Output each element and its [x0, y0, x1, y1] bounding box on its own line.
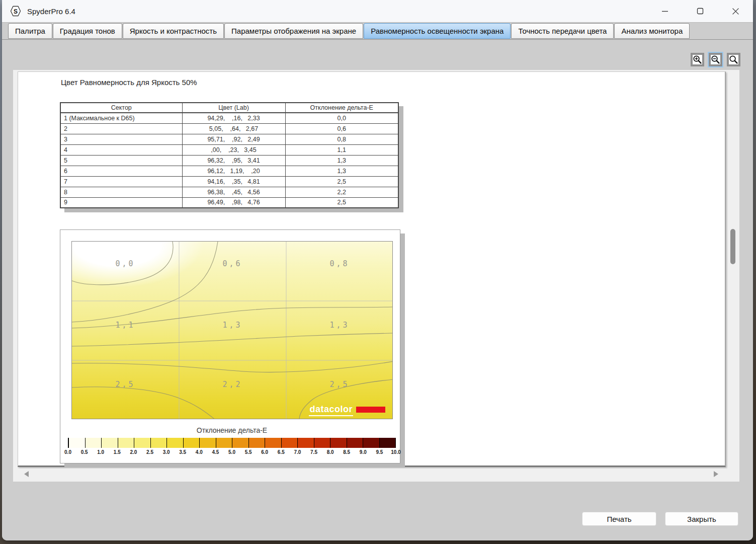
delta-e-color-scale	[68, 438, 396, 448]
minimize-button[interactable]	[647, 0, 683, 22]
vertical-scrollbar-thumb[interactable]	[730, 229, 735, 264]
print-button[interactable]: Печать	[582, 512, 656, 526]
zoom-out-button[interactable]	[709, 53, 722, 66]
table-row: 395,71, ,92, 2,490,8	[60, 134, 398, 144]
table-cell: 4	[60, 144, 182, 155]
scale-segment	[102, 438, 118, 448]
scale-segment	[330, 438, 347, 448]
tab-bar: ПалитраГрадация тоновЯркость и контрастн…	[2, 22, 753, 40]
scale-tick-label: 5.0	[228, 449, 235, 455]
scale-segment	[265, 438, 282, 448]
uniformity-heatmap: 0,00,60,81,11,31,32,52,22,5 datacolor	[71, 241, 393, 419]
table-cell: 8	[60, 187, 182, 197]
table-cell: 1 (Максимальное к D65)	[60, 113, 182, 123]
scale-segment	[363, 438, 380, 448]
table-cell: 96,49, ,98, 4,76	[182, 197, 285, 208]
scale-segment	[134, 438, 151, 448]
scale-segment	[298, 438, 314, 448]
scale-tick-label: 8.0	[327, 449, 334, 455]
table-cell: 0,0	[285, 113, 398, 123]
table-cell: 5,05, ,64, 2,67	[182, 123, 285, 134]
table-cell: 2,5	[285, 176, 398, 187]
table-cell: 96,38, ,45, 4,56	[182, 187, 285, 197]
table-cell: 96,12, 1,19, ,20	[182, 166, 285, 176]
scale-segment	[232, 438, 249, 448]
scale-segment	[167, 438, 184, 448]
window-title: SpyderPro 6.4	[27, 7, 75, 16]
uniformity-heatmap-panel: 0,00,60,81,11,31,32,52,22,5 datacolor От…	[60, 229, 400, 463]
scale-tick-labels: 0.00.51.01.52.02.53.03.54.04.55.05.56.06…	[68, 449, 396, 455]
report-title: Цвет Равномерность для Яркость 50%	[61, 78, 197, 87]
heatmap-value-label: 1,1	[115, 321, 135, 330]
table-cell: 94,16, ,35, 4,81	[182, 176, 285, 187]
maximize-icon	[697, 8, 704, 15]
heatmap-value-label: 1,3	[329, 321, 349, 330]
scale-tick-label: 3.0	[163, 449, 170, 455]
scale-segment	[380, 438, 396, 448]
tab-2[interactable]: Яркость и контрастность	[123, 23, 224, 39]
scale-tick-label: 9.5	[376, 449, 383, 455]
scale-tick-label: 1.5	[114, 449, 121, 455]
table-cell: 96,32, ,95, 3,41	[182, 155, 285, 166]
table-cell: 7	[60, 176, 182, 187]
tab-4[interactable]: Равномерность освещенности экрана	[364, 23, 511, 39]
table-cell: ,00, ,23, 3,45	[182, 144, 285, 155]
close-icon	[732, 8, 739, 15]
scale-segment	[249, 438, 266, 448]
scale-tick-label: 10.0	[391, 449, 400, 455]
table-cell: 2	[60, 123, 182, 134]
table-cell: 9	[60, 197, 182, 208]
tab-3[interactable]: Параметры отображения на экране	[224, 23, 363, 39]
table-cell: 5	[60, 155, 182, 166]
scale-title: Отклонение дельта-E	[68, 426, 396, 434]
scale-tick-label: 4.5	[212, 449, 219, 455]
scale-tick-label: 6.0	[261, 449, 268, 455]
app-window: S SpyderPro 6.4 ПалитраГрадация тоновЯрк…	[2, 0, 753, 540]
table-cell: 3	[60, 134, 182, 144]
scale-tick-label: 1.0	[97, 449, 104, 455]
heatmap-value-label: 0,0	[115, 259, 135, 268]
svg-text:S: S	[14, 8, 18, 15]
maximize-button[interactable]	[683, 0, 718, 22]
zoom-reset-button[interactable]	[727, 53, 740, 66]
scale-tick-label: 9.0	[360, 449, 367, 455]
scale-segment	[86, 438, 102, 448]
table-cell: 0,6	[285, 123, 398, 134]
zoom-in-button[interactable]	[691, 53, 704, 66]
scroll-right-arrow-icon[interactable]	[714, 471, 718, 477]
scroll-left-arrow-icon[interactable]	[24, 471, 29, 477]
scale-segment	[118, 438, 135, 448]
zoom-reset-icon	[729, 55, 738, 64]
report-viewport: Цвет Равномерность для Яркость 50% Секто…	[13, 70, 739, 482]
scale-segment	[314, 438, 331, 448]
tab-0[interactable]: Палитра	[8, 23, 52, 39]
table-cell: 95,71, ,92, 2,49	[182, 134, 285, 144]
tab-1[interactable]: Градация тонов	[53, 23, 122, 39]
close-dialog-button[interactable]: Закрыть	[665, 512, 738, 526]
spyderpro-logo-icon: S	[9, 5, 22, 18]
table-cell: 1,1	[285, 144, 398, 155]
scale-tick-label: 5.5	[245, 449, 252, 455]
heatmap-value-label: 1,3	[222, 321, 242, 330]
scale-tick-label: 2.0	[130, 449, 137, 455]
table-cell: 1,3	[285, 166, 398, 176]
table-cell: 6	[60, 166, 182, 176]
main-content: Цвет Равномерность для Яркость 50% Секто…	[2, 40, 753, 540]
tab-5[interactable]: Точность передачи цвета	[511, 23, 614, 39]
datacolor-logo-bar	[356, 407, 385, 413]
heatmap-value-label: 0,6	[222, 259, 242, 268]
table-cell: 94,29, ,16, 2,33	[182, 113, 285, 123]
table-row: 896,38, ,45, 4,562,2	[60, 187, 398, 197]
horizontal-scrollbar[interactable]	[17, 469, 726, 480]
tab-6[interactable]: Анализ монитора	[614, 23, 690, 39]
scale-segment	[347, 438, 364, 448]
table-row: 1 (Максимальное к D65)94,29, ,16, 2,330,…	[60, 113, 398, 123]
table-cell: 2,2	[285, 187, 398, 197]
table-row: 596,32, ,95, 3,411,3	[60, 155, 398, 166]
table-row: 4,00, ,23, 3,451,1	[60, 144, 398, 155]
scale-tick-label: 7.0	[294, 449, 301, 455]
close-button[interactable]	[718, 0, 753, 22]
table-body: 1 (Максимальное к D65)94,29, ,16, 2,330,…	[60, 113, 398, 208]
scale-segment	[282, 438, 298, 448]
table-row: 996,49, ,98, 4,762,5	[60, 197, 398, 208]
